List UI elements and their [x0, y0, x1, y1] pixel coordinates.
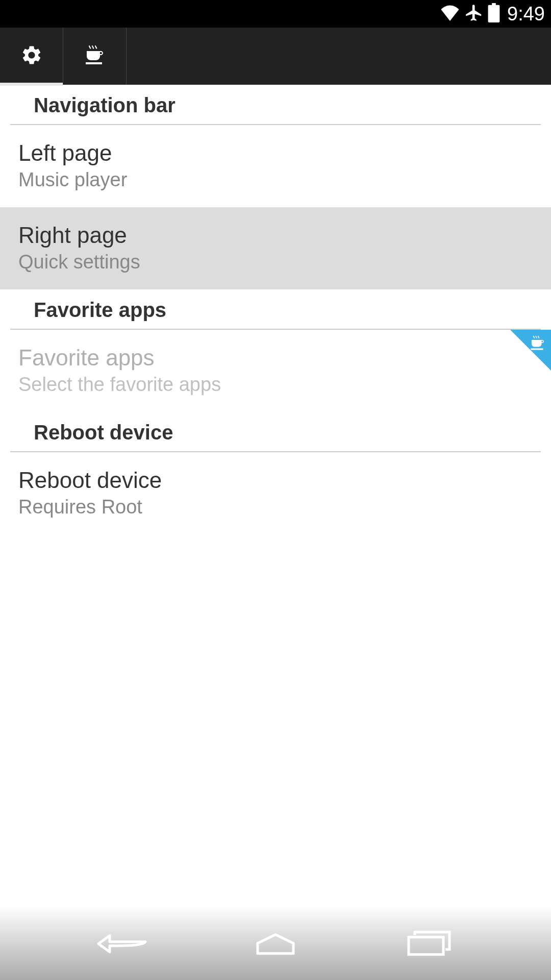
tab-coffee[interactable] — [63, 28, 127, 85]
navigation-bar — [0, 906, 551, 980]
setting-reboot-device[interactable]: Reboot device Requires Root — [0, 452, 551, 534]
airplane-icon — [464, 3, 484, 24]
setting-subtitle: Select the favorite apps — [18, 374, 533, 396]
setting-title: Right page — [18, 223, 533, 248]
back-button[interactable] — [94, 928, 151, 959]
coffee-icon — [529, 334, 547, 354]
setting-subtitle: Music player — [18, 169, 533, 191]
status-bar: 9:49 — [0, 0, 551, 28]
coffee-icon — [83, 43, 107, 69]
settings-list: Navigation bar Left page Music player Ri… — [0, 85, 551, 534]
action-bar — [0, 28, 551, 85]
setting-subtitle: Quick settings — [18, 251, 533, 273]
svg-rect-0 — [409, 937, 443, 954]
wifi-icon — [440, 5, 460, 23]
battery-icon — [488, 3, 500, 24]
setting-favorite-apps[interactable]: Favorite apps Select the favorite apps — [0, 330, 551, 412]
section-header-navigation: Navigation bar — [10, 85, 541, 125]
recent-apps-button[interactable] — [400, 928, 457, 959]
setting-left-page[interactable]: Left page Music player — [0, 125, 551, 207]
setting-right-page[interactable]: Right page Quick settings — [0, 207, 551, 289]
setting-subtitle: Requires Root — [18, 496, 533, 518]
section-header-favorites: Favorite apps — [10, 289, 541, 330]
gear-icon — [20, 44, 43, 68]
tab-settings[interactable] — [0, 28, 63, 85]
setting-title: Favorite apps — [18, 345, 533, 371]
setting-title: Reboot device — [18, 468, 533, 493]
section-header-reboot: Reboot device — [10, 412, 541, 452]
clock-text: 9:49 — [507, 3, 545, 25]
home-button[interactable] — [247, 928, 304, 959]
setting-title: Left page — [18, 140, 533, 166]
